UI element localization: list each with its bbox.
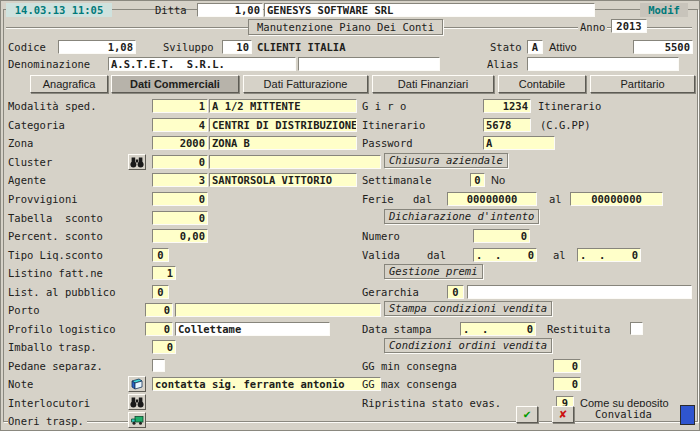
- data-stampa-field[interactable]: . .0: [460, 322, 536, 336]
- itinerario-field[interactable]: 5678: [483, 118, 531, 132]
- binoculars-icon: [129, 396, 145, 408]
- numero-label: Numero: [362, 229, 400, 243]
- provvigioni-field[interactable]: 0: [152, 192, 208, 206]
- convalida-label: Convalida: [591, 407, 656, 421]
- tipo-liq-sconto-field[interactable]: 0: [152, 248, 169, 262]
- porto-desc-field[interactable]: [175, 303, 381, 317]
- tabella-sconto-label: Tabella sconto: [8, 211, 103, 225]
- gerarchia-desc-field[interactable]: [467, 285, 692, 299]
- dichiarazione-intento-group-label: Dichiarazione d'intento: [384, 209, 539, 224]
- porto-field[interactable]: 0: [145, 303, 173, 317]
- giro-field[interactable]: 1234: [483, 99, 531, 113]
- categoria-label: Categoria: [8, 118, 65, 132]
- profilo-logistico-label: Profilo logistico: [8, 322, 115, 336]
- agente-desc-field[interactable]: SANTORSOLA VITTORIO: [209, 173, 357, 187]
- gg-min-consegna-field[interactable]: 0: [553, 359, 581, 373]
- tab-dati-finanziari[interactable]: Dati Finanziari: [372, 75, 494, 93]
- valida-dal-dots: . .: [476, 249, 501, 261]
- cancel-button[interactable]: ✘: [552, 406, 574, 423]
- numero-field[interactable]: 0: [473, 229, 530, 243]
- itinerario-label: Itinerario: [362, 118, 425, 132]
- gg-max-consegna-label: GG max consenga: [362, 377, 457, 391]
- modalita-sped-label: Modalità sped.: [8, 99, 97, 113]
- restituita-label: Restituita: [547, 322, 610, 336]
- tab-partitario[interactable]: Partitario: [590, 75, 695, 93]
- pedane-separaz-checkbox[interactable]: [152, 359, 165, 372]
- interlocutori-search-button[interactable]: [128, 394, 146, 410]
- conto-field[interactable]: 5500: [633, 40, 693, 54]
- list-al-pubblico-label: List. al pubblico: [8, 285, 115, 299]
- check-icon: ✔: [523, 407, 530, 421]
- anno-field[interactable]: 2013: [611, 19, 647, 33]
- note-label: Note: [8, 377, 33, 391]
- valida-al-field[interactable]: . .0: [577, 248, 641, 262]
- gestione-premi-group-label: Gestione premi: [384, 264, 483, 279]
- zona-field[interactable]: 2000: [152, 136, 208, 150]
- denominazione-field-2[interactable]: [298, 57, 440, 71]
- denominazione-field[interactable]: A.S.T.E.T. S.R.L.: [108, 57, 296, 71]
- stato-field[interactable]: A: [527, 40, 543, 54]
- stato-desc: Attivo: [549, 40, 577, 54]
- stato-label: Stato: [490, 40, 522, 54]
- sviluppo-field[interactable]: 10: [222, 40, 252, 54]
- profilo-logistico-field[interactable]: 0: [145, 322, 173, 336]
- tabella-sconto-field[interactable]: 0: [152, 211, 208, 225]
- cluster-field[interactable]: 0: [152, 155, 208, 169]
- listino-fattne-label: Listino fatt.ne: [8, 266, 103, 280]
- ditta-code-field[interactable]: 1,00: [197, 3, 263, 17]
- list-al-pubblico-field[interactable]: 0: [152, 285, 169, 299]
- ripristina-stato-label: Ripristina stato evas.: [362, 396, 501, 410]
- sviluppo-desc: CLIENTI ITALIA: [257, 40, 346, 54]
- notepad-icon: [129, 378, 145, 390]
- categoria-field[interactable]: 4: [152, 118, 208, 132]
- anno-label: Anno: [578, 20, 607, 34]
- ferie-al-field[interactable]: 00000000: [570, 192, 663, 206]
- restituita-checkbox[interactable]: [630, 322, 643, 335]
- cluster-search-button[interactable]: [128, 154, 146, 170]
- modalita-sped-desc-field[interactable]: A 1/2 MITTENTE: [209, 99, 357, 113]
- codice-field[interactable]: 1,08: [58, 40, 136, 54]
- valida-dal-field[interactable]: . .0: [473, 248, 537, 262]
- settimanale-field[interactable]: 0: [470, 173, 485, 187]
- tab-dati-fatturazione[interactable]: Dati Fatturazione: [243, 75, 368, 93]
- cluster-label: Cluster: [8, 155, 52, 169]
- data-stampa-num: 0: [527, 323, 533, 335]
- gg-min-consegna-label: GG min consegna: [362, 359, 457, 373]
- agente-field[interactable]: 3: [152, 173, 208, 187]
- cancel-x-icon: ✘: [559, 407, 566, 421]
- chiusura-aziendale-group-label: Chiusura aziendale: [384, 153, 508, 168]
- password-field[interactable]: A: [483, 136, 555, 150]
- confirm-button[interactable]: ✔: [516, 406, 538, 423]
- gg-max-consegna-field[interactable]: 0: [553, 377, 581, 391]
- tab-contabile[interactable]: Contabile: [498, 75, 586, 93]
- codice-label: Codice: [8, 40, 46, 54]
- gerarchia-field[interactable]: 0: [447, 285, 464, 299]
- oneri-trasp-button[interactable]: [128, 412, 146, 428]
- alias-field[interactable]: [527, 57, 679, 71]
- ferie-dal-field[interactable]: 00000000: [447, 192, 537, 206]
- ditta-label: Ditta: [155, 3, 187, 17]
- tab-dati-commerciali[interactable]: Dati Commerciali: [111, 75, 239, 93]
- note-button[interactable]: [128, 376, 146, 392]
- valida-al-num: 0: [632, 249, 638, 261]
- profilo-logistico-desc-field[interactable]: Collettame: [175, 322, 330, 336]
- imballo-trasp-label: Imballo trasp.: [8, 340, 97, 354]
- stampa-condizioni-group-label: Stampa condizioni vendita: [384, 301, 552, 316]
- imballo-trasp-field[interactable]: 0: [152, 340, 176, 354]
- data-stampa-dots: . .: [463, 323, 488, 335]
- company-name-field[interactable]: GENESYS SOFTWARE SRL: [264, 3, 595, 17]
- percent-sconto-field[interactable]: 0,00: [152, 229, 208, 243]
- ferie-al-label: al: [549, 192, 562, 206]
- interlocutori-label: Interlocutori: [8, 396, 90, 410]
- binoculars-icon: [129, 156, 145, 168]
- denominazione-label: Denominazione: [8, 57, 90, 71]
- modalita-sped-field[interactable]: 1: [152, 99, 208, 113]
- note-field[interactable]: contatta sig. ferrante antonio: [152, 377, 381, 391]
- tab-anagrafica[interactable]: Anagrafica: [30, 75, 108, 93]
- listino-fattne-field[interactable]: 1: [152, 266, 176, 280]
- cluster-desc-field[interactable]: [209, 155, 381, 169]
- oneri-trasp-label: Oneri trasp.: [8, 414, 87, 428]
- categoria-desc-field[interactable]: CENTRI DI DISTRIBUZIONE: [209, 118, 357, 132]
- valida-label: Valida: [362, 248, 400, 262]
- zona-desc-field[interactable]: ZONA B: [209, 136, 357, 150]
